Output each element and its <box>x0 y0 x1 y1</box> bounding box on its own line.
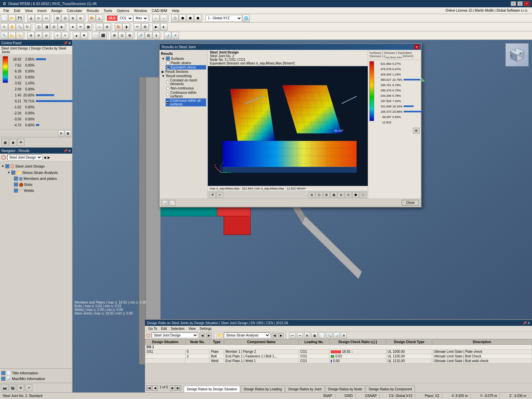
dlg-footer-icon2[interactable]: 📈 <box>169 200 176 206</box>
tree-bolts[interactable]: ✓ ⬤ Bolts <box>14 182 71 188</box>
members-check[interactable]: ✓ <box>14 177 18 181</box>
dr-arrow-right[interactable]: ▶ <box>206 333 211 338</box>
tb3-arrow[interactable]: ▲ <box>73 32 80 39</box>
menu-insert[interactable]: Insert <box>35 8 49 13</box>
cp-close-btn[interactable]: ✕ <box>68 41 71 45</box>
tb-btn-5[interactable]: ⊕ <box>69 15 76 22</box>
nav-design-select[interactable]: Steel Joint Design <box>7 155 42 160</box>
tb-arrow[interactable]: ← <box>152 15 160 22</box>
title-info-check[interactable]: ✓ <box>1 371 5 375</box>
cp-pin-btn[interactable]: 📌 <box>64 41 67 45</box>
tb2-member[interactable]: ━ <box>77 23 84 31</box>
menu-edit[interactable]: Edit <box>12 8 22 13</box>
dlg-tb-5[interactable]: ⊕ <box>338 192 344 198</box>
dlg-tb-6[interactable]: ⊖ <box>345 192 352 198</box>
dr-page-first[interactable]: |◀ <box>146 385 152 391</box>
dr-tb-6[interactable]: 🔍 <box>326 332 332 338</box>
tb3-sym[interactable]: ⊞ <box>111 32 118 39</box>
tree-members-plates[interactable]: ✓ ▦ Members and plates <box>14 176 71 182</box>
dlg-continsurf-radio[interactable] <box>166 93 169 96</box>
dlg-tb-4[interactable]: ▦ <box>331 192 337 198</box>
tb2-surface[interactable]: ▦ <box>84 23 92 31</box>
tb3-export[interactable]: ↗ <box>172 32 179 39</box>
tab-by-node[interactable]: Design Ratios by Node <box>325 385 365 393</box>
stress-check[interactable]: ✓ <box>11 171 15 175</box>
tb2-pan[interactable]: ✋ <box>8 23 16 31</box>
dialog-close-btn[interactable]: ✕ <box>414 45 419 49</box>
tree-root-check[interactable]: ✓ <box>5 164 9 168</box>
dlg-plastic-radio[interactable] <box>166 62 170 65</box>
dr-tb-5[interactable]: 📄 <box>319 332 325 338</box>
tb-print[interactable]: 🖨 <box>27 15 35 22</box>
tb2-node[interactable]: ● <box>69 23 76 31</box>
tb-render[interactable]: 🎨 <box>88 15 95 22</box>
dr-analysis-right[interactable]: ▶ <box>278 333 284 338</box>
icon-camera[interactable]: 📷 <box>1 384 8 391</box>
tb2-render2[interactable]: ▶ <box>153 23 160 31</box>
welds-check[interactable]: ✓ <box>14 189 18 193</box>
dr-tb-4[interactable]: ▦ <box>312 332 318 338</box>
dlg-constant-radio[interactable] <box>166 80 169 84</box>
tb2-top[interactable]: ⊡ <box>50 23 58 31</box>
tb2-rotate[interactable]: ↻ <box>24 23 31 31</box>
dr-arrow-left[interactable]: ◀ <box>200 333 205 338</box>
tb2-side[interactable]: ◨ <box>43 23 50 31</box>
tb-extra-2[interactable]: ⬢ <box>179 15 186 22</box>
icon-settings2[interactable]: ⚙ <box>17 384 24 391</box>
dlg-tb-2[interactable]: ⊡ <box>316 192 323 198</box>
dr-page-last[interactable]: ▶| <box>176 385 181 391</box>
dlg-noncontin-radio[interactable] <box>166 87 170 90</box>
dr-menu-edit[interactable]: Edit <box>159 327 169 331</box>
bolts-check[interactable]: ✓ <box>14 183 18 187</box>
dr-analysis-left[interactable]: ◀ <box>272 333 277 338</box>
menu-file[interactable]: File <box>1 8 11 13</box>
tree-welds[interactable]: ✓ 〰 Welds <box>14 188 71 194</box>
dlg-tb-render[interactable]: ↩ <box>216 192 223 198</box>
tb3-link[interactable]: 🔗 <box>137 32 145 39</box>
dr-tb-7[interactable]: 📊 <box>333 332 339 338</box>
tb2-color[interactable]: 🎨 <box>115 23 122 31</box>
table-row-3[interactable]: Weld End Plate 1 | Weld 1 CO1 0.00 UL 12… <box>145 359 532 363</box>
dr-page-prev[interactable]: ◀ <box>152 385 158 391</box>
status-osnap[interactable]: OSNAP <box>362 394 380 398</box>
tb-new[interactable]: 📄 <box>1 15 8 22</box>
dr-menu-goto[interactable]: Go To <box>146 327 159 331</box>
tb2-dims[interactable]: ↔ <box>96 23 103 31</box>
icon-export2[interactable]: ↗ <box>25 384 32 391</box>
dlg-result-smoothing[interactable]: ▼ Result smoothing <box>161 74 206 78</box>
dlg-non-continuous[interactable]: Non-continuous <box>166 86 206 90</box>
tb3-6[interactable]: ⊙ <box>43 32 50 39</box>
tb3-measure[interactable]: 📊 <box>164 32 171 39</box>
tb3-7[interactable]: + <box>54 32 61 39</box>
maxmin-check[interactable]: ✓ <box>1 377 5 381</box>
menu-cad-bim[interactable]: CAD-BIM <box>150 8 169 13</box>
table-row-1[interactable]: DS1 5 Plate Member 1 | Flange 2 CO1 18.9… <box>145 349 532 354</box>
dr-design-select[interactable]: Steel Joint Design <box>152 332 198 338</box>
global-xyz-select[interactable]: 1 - Global XYZ <box>205 15 242 22</box>
tb2-cs[interactable]: ⊕ <box>103 23 111 31</box>
tab-by-component[interactable]: Design Ratios by Component <box>366 385 415 393</box>
dlg-equiv-radio[interactable] <box>166 66 170 69</box>
dlg-tb-7[interactable]: ⬢ <box>352 192 359 198</box>
dr-tb-8[interactable]: ⚙ <box>341 332 347 338</box>
tb-open[interactable]: 📂 <box>8 15 16 22</box>
dialog-close-footer-btn[interactable]: Close <box>402 200 419 205</box>
nav-bottom-title-info[interactable]: ✓ 📄 Title Information <box>1 370 71 376</box>
menu-window[interactable]: Window <box>132 8 149 13</box>
tb3-5[interactable]: ⊖ <box>35 32 42 39</box>
tb-extra-4[interactable]: ⬟ <box>194 15 201 22</box>
max-select[interactable]: Max <box>133 15 148 22</box>
dr-analysis-select[interactable]: Stress-Strain Analysis <box>224 332 270 338</box>
menu-tools[interactable]: Tools <box>101 8 114 13</box>
dr-tb-3[interactable]: ⊞ <box>304 332 310 338</box>
tb-extra-3[interactable]: ⬣ <box>187 15 194 22</box>
dlg-tb-8[interactable]: ⬡ <box>360 192 366 198</box>
tb-wire[interactable]: △ <box>96 15 103 22</box>
tab-by-design-situation[interactable]: Design Ratios by Design Situation <box>184 386 240 393</box>
tb-btn-4[interactable]: ⊡ <box>62 15 69 22</box>
nav-arrow-right[interactable]: ▶ <box>48 156 50 159</box>
maximize-btn[interactable]: □ <box>517 1 523 6</box>
dlg-equivalent-stress[interactable]: Equivalent stress <box>166 65 206 69</box>
tb3-8[interactable]: × <box>62 32 69 39</box>
dlg-tb-3[interactable]: ⊠ <box>323 192 330 198</box>
